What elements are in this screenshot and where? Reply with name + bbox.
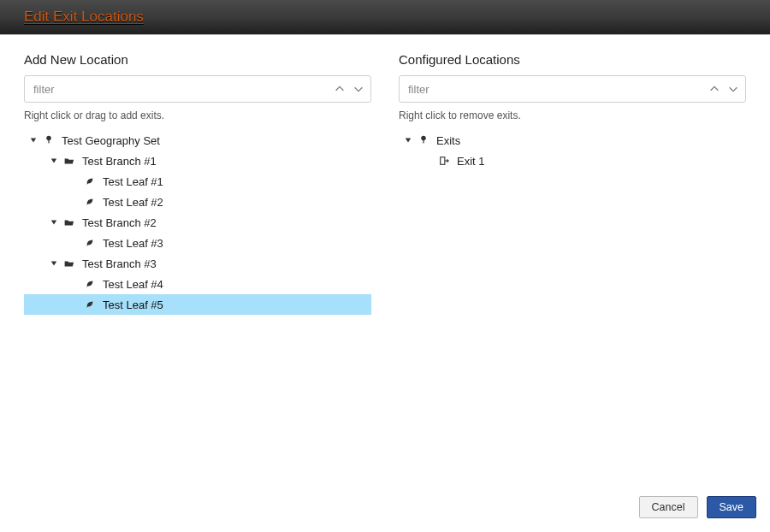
configured-panel: Configured Locations Right click to remo… [399,52,746,486]
caret-down-icon[interactable] [48,257,60,269]
tree-leaf[interactable]: Test Leaf #2 [24,192,371,212]
tree-root[interactable]: Test Geography Set [24,130,371,151]
add-filter-input[interactable] [24,75,371,103]
exits-root[interactable]: Exits [399,130,746,151]
svg-rect-2 [48,139,49,143]
caret-blank [68,278,80,290]
add-tree[interactable]: Test Geography SetTest Branch #1Test Lea… [24,130,371,486]
caret-blank [68,237,80,249]
folder-icon [63,257,75,269]
caret-blank [68,175,80,187]
chevron-up-icon[interactable] [332,81,347,97]
configured-filter-wrap [399,75,746,103]
configured-title: Configured Locations [399,52,746,67]
leaf-icon [84,278,96,290]
tree-node-label: Test Geography Set [62,134,160,147]
caret-blank [68,299,80,310]
svg-marker-6 [51,221,56,225]
exit-item[interactable]: Exit 1 [399,151,746,171]
footer: Cancel Save [0,486,770,532]
chevron-down-icon[interactable] [351,81,366,97]
caret-down-icon[interactable] [402,134,414,146]
chevron-down-icon[interactable] [726,81,741,97]
cancel-button[interactable]: Cancel [639,496,698,518]
svg-marker-8 [51,262,56,266]
leaf-icon [84,237,96,249]
leaf-icon [84,299,96,310]
configured-filter-input[interactable] [399,75,746,103]
save-button[interactable]: Save [707,496,757,518]
add-filter-arrows [332,75,366,103]
svg-rect-14 [441,157,445,165]
folder-icon [63,216,75,228]
tree-node-label: Test Branch #3 [82,257,157,270]
tree-branch[interactable]: Test Branch #2 [24,212,371,233]
content-area: Add New Location Right click or drag to … [0,35,770,486]
tree-node-label: Test Branch #1 [82,155,157,168]
titlebar: Edit Exit Locations [0,0,770,35]
leaf-icon [84,196,96,208]
caret-down-icon[interactable] [48,155,60,167]
tree-node-label: Exits [436,134,460,147]
tree-node-label: Test Leaf #3 [103,237,163,250]
caret-blank [68,196,80,208]
configured-filter-arrows [707,75,741,103]
caret-blank [423,155,435,167]
tree-node-label: Test Leaf #1 [103,175,163,188]
tree-root-icon [418,134,429,146]
tree-node-label: Test Leaf #5 [103,299,163,311]
leaf-icon [84,175,96,187]
svg-rect-13 [423,139,424,143]
add-location-title: Add New Location [24,52,371,67]
exit-icon [438,155,450,167]
folder-icon [63,155,75,167]
tree-node-label: Test Leaf #2 [103,196,163,209]
tree-node-label: Exit 1 [457,155,485,168]
svg-marker-11 [406,139,411,143]
configured-hint: Right click to remove exits. [399,109,746,121]
svg-marker-0 [31,139,36,143]
caret-down-icon[interactable] [48,216,60,228]
add-filter-wrap [24,75,371,103]
tree-node-label: Test Leaf #4 [103,278,163,291]
caret-down-icon[interactable] [27,134,39,146]
tree-root-icon [43,134,55,146]
tree-branch[interactable]: Test Branch #1 [24,151,371,171]
tree-leaf[interactable]: Test Leaf #1 [24,171,371,192]
chevron-up-icon[interactable] [707,81,722,97]
svg-marker-3 [51,159,56,163]
tree-leaf[interactable]: Test Leaf #4 [24,274,371,294]
tree-leaf[interactable]: Test Leaf #5 [24,294,371,315]
dialog-title: Edit Exit Locations [24,9,144,26]
configured-tree[interactable]: ExitsExit 1 [399,130,746,486]
add-location-panel: Add New Location Right click or drag to … [24,52,371,486]
add-hint: Right click or drag to add exits. [24,109,371,121]
tree-branch[interactable]: Test Branch #3 [24,253,371,274]
tree-leaf[interactable]: Test Leaf #3 [24,233,371,253]
tree-node-label: Test Branch #2 [82,216,157,229]
